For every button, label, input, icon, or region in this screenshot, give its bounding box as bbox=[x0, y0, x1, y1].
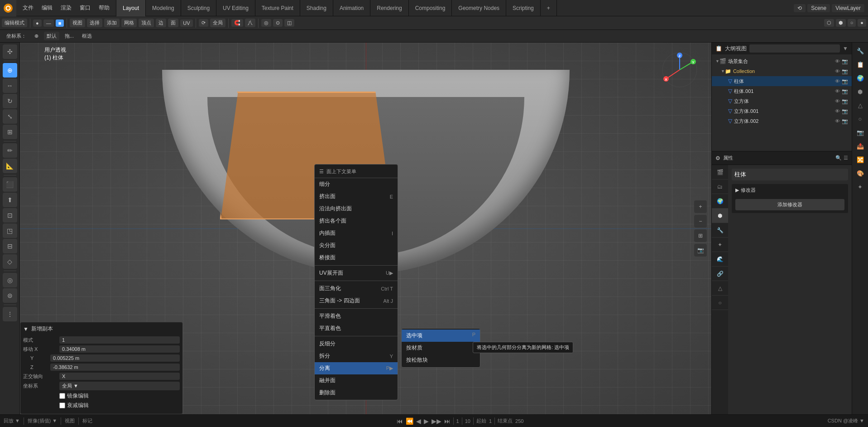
output-icon[interactable]: 📤 bbox=[854, 140, 867, 152]
tab-modeling[interactable]: Modeling bbox=[146, 0, 181, 16]
obj-render-5[interactable]: 📷 bbox=[842, 118, 848, 124]
inset-tool[interactable]: ⊡ bbox=[3, 208, 17, 223]
cm-dissolve[interactable]: 融并面 bbox=[315, 374, 398, 387]
xray-toggle[interactable]: ◫ bbox=[284, 19, 294, 27]
play-btn[interactable]: ▶ bbox=[424, 417, 429, 425]
modifier-header[interactable]: ▶ 修改器 bbox=[732, 184, 848, 196]
particle-icon[interactable]: ✦ bbox=[854, 180, 867, 193]
tab-material[interactable]: ○ bbox=[712, 296, 728, 310]
more-tools[interactable]: ⋮ bbox=[3, 307, 17, 321]
step-back-btn[interactable]: ◀ bbox=[416, 417, 421, 425]
face-menu[interactable]: 面 bbox=[168, 19, 178, 27]
perspective-btn[interactable]: ⊞ bbox=[694, 229, 707, 242]
move-tool[interactable]: ↔ bbox=[3, 78, 17, 93]
cm-bridge[interactable]: 桥接面 bbox=[315, 252, 398, 264]
obj-render-3[interactable]: 📷 bbox=[842, 98, 848, 104]
outliner-object-cube002[interactable]: ▽ 立方体.002 👁 📷 bbox=[712, 116, 852, 126]
tools-icon[interactable]: 🔧 bbox=[854, 44, 867, 57]
edge-menu[interactable]: 边 bbox=[156, 19, 166, 27]
cm-shade-flat[interactable]: 平直着色 bbox=[315, 322, 398, 335]
sb-playback[interactable]: 回放 ▼ bbox=[4, 417, 20, 424]
render-icon[interactable]: 📷 bbox=[854, 126, 867, 139]
obj-vis-2[interactable]: 👁 bbox=[835, 88, 840, 94]
cm-inset[interactable]: 内插面I bbox=[315, 227, 398, 239]
coord-type-selector[interactable]: 默认 bbox=[44, 32, 59, 40]
smooth-tool[interactable]: ◎ bbox=[3, 273, 17, 287]
select-menu[interactable]: 选择 bbox=[87, 19, 102, 27]
add-cube-tool[interactable]: ⬛ bbox=[3, 177, 17, 192]
tab-view-layer[interactable]: 🗂 bbox=[712, 180, 728, 194]
vertex-menu[interactable]: 顶点 bbox=[139, 19, 154, 27]
proportional-edit[interactable]: ◎ bbox=[261, 19, 271, 27]
zoom-out-btn[interactable]: − bbox=[694, 215, 707, 228]
cm-split[interactable]: 拆分Y bbox=[315, 350, 398, 362]
select-type-selector[interactable]: 框选 bbox=[79, 32, 95, 40]
tab-world[interactable]: 🌍 bbox=[712, 194, 728, 209]
add-menu[interactable]: 添加 bbox=[104, 19, 120, 27]
cm-poke[interactable]: 尖分面 bbox=[315, 239, 398, 252]
transform-icons[interactable]: ⟳ bbox=[199, 19, 208, 27]
obj-render-4[interactable]: 📷 bbox=[842, 108, 848, 114]
tab-shading[interactable]: Shading bbox=[300, 0, 333, 16]
cm-subdivide[interactable]: 细分 bbox=[315, 178, 398, 190]
tab-scripting[interactable]: Scripting bbox=[506, 0, 541, 16]
menu-file[interactable]: 文件 bbox=[19, 2, 37, 14]
vertex-mode[interactable]: ● bbox=[33, 19, 42, 27]
step-forward-btn[interactable]: ▶▶ bbox=[432, 417, 441, 425]
tab-uv-editing[interactable]: UV Editing bbox=[216, 0, 255, 16]
cm-extrude-along-normals[interactable]: 沿法向挤出面 bbox=[315, 203, 398, 215]
jump-back-btn[interactable]: ⏪ bbox=[406, 417, 413, 425]
scene-icon-btn[interactable]: 📋 bbox=[854, 58, 867, 71]
obj-vis-5[interactable]: 👁 bbox=[835, 118, 840, 124]
sync-icon[interactable]: ⟲ bbox=[794, 4, 806, 12]
outliner-object-cube001[interactable]: ▽ 立方体.001 👁 📷 bbox=[712, 106, 852, 116]
overlay-toggle[interactable]: ⊙ bbox=[273, 19, 283, 27]
mirror-checkbox[interactable] bbox=[59, 393, 65, 399]
texture-icon[interactable]: 🎨 bbox=[854, 167, 867, 180]
measure-tool[interactable]: 📐 bbox=[3, 159, 17, 173]
knife-tool[interactable]: ◇ bbox=[3, 254, 17, 269]
outliner-filter-btn[interactable]: ▼ bbox=[843, 45, 848, 52]
outliner-collection[interactable]: 📁 Collection 👁 📷 bbox=[712, 66, 852, 76]
decrement-checkbox[interactable] bbox=[59, 403, 65, 408]
tab-particle[interactable]: ✦ bbox=[712, 238, 728, 252]
zoom-in-btn[interactable]: + bbox=[694, 200, 707, 213]
cm-uv-unwrap[interactable]: UV展开面U▶ bbox=[315, 267, 398, 279]
global-transform[interactable]: 全局 bbox=[210, 19, 225, 27]
edge-mode[interactable]: — bbox=[43, 19, 54, 27]
coord-value[interactable]: 全局 ▼ bbox=[59, 382, 180, 390]
blender-logo[interactable] bbox=[0, 0, 16, 16]
mesh-icon[interactable]: △ bbox=[854, 99, 867, 112]
outliner-object-zhuti[interactable]: ▽ 柱体 👁 📷 bbox=[712, 76, 852, 86]
tab-constraint[interactable]: 🔗 bbox=[712, 267, 728, 281]
sm-by-loose-parts[interactable]: 按松散块 bbox=[402, 354, 480, 366]
menu-edit[interactable]: 编辑 bbox=[38, 2, 56, 14]
cm-extrude-individual[interactable]: 挤出各个面 bbox=[315, 215, 398, 227]
loop-cut-tool[interactable]: ⊟ bbox=[3, 239, 17, 253]
tab-compositing[interactable]: Compositing bbox=[409, 0, 452, 16]
snap-options[interactable]: 八 bbox=[245, 19, 255, 27]
outliner-object-zhuti001[interactable]: ▽ 柱体.001 👁 📷 bbox=[712, 86, 852, 96]
tab-animation[interactable]: Animation bbox=[333, 0, 370, 16]
menu-help[interactable]: 帮助 bbox=[95, 2, 113, 14]
viewport-gizmo[interactable]: Z Y X bbox=[662, 52, 698, 88]
obj-vis-3[interactable]: 👁 bbox=[835, 98, 840, 104]
material-icon[interactable]: ○ bbox=[854, 112, 867, 125]
sb-keying[interactable]: 抠像(插值) ▼ bbox=[28, 417, 57, 424]
mode-value[interactable]: 1 bbox=[59, 336, 180, 344]
outliner-search[interactable] bbox=[749, 44, 840, 53]
props-search[interactable]: 🔍 bbox=[835, 155, 842, 161]
jump-start-btn[interactable]: ⏮ bbox=[397, 417, 403, 425]
object-name-field[interactable]: 柱体 bbox=[732, 169, 848, 180]
collection-render-icon[interactable]: 📷 bbox=[842, 68, 848, 74]
sm-selected[interactable]: 选中项P bbox=[402, 330, 480, 342]
cm-triangulate[interactable]: 面三角化Ctrl T bbox=[315, 282, 398, 295]
menu-window[interactable]: 窗口 bbox=[76, 2, 94, 14]
tab-add[interactable]: + bbox=[541, 0, 557, 16]
view-menu[interactable]: 视图 bbox=[70, 19, 85, 27]
tab-geometry-nodes[interactable]: Geometry Nodes bbox=[452, 0, 506, 16]
tab-layout[interactable]: Layout bbox=[116, 0, 146, 16]
current-frame[interactable]: 1 bbox=[456, 418, 459, 424]
props-menu[interactable]: ☰ bbox=[844, 155, 848, 161]
drag-selector[interactable]: 拖... bbox=[62, 32, 77, 40]
